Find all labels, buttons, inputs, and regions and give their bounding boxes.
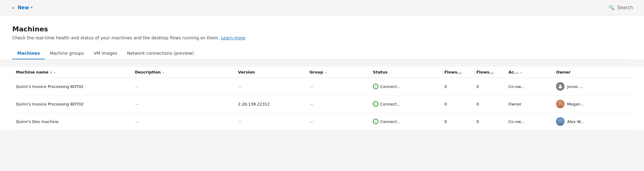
page-title: Machines xyxy=(12,25,632,33)
connected-icon: ✓ xyxy=(373,119,378,124)
version-cell: 2.26.139.22312 xyxy=(234,95,306,113)
table-row[interactable]: Quinn's Invoice Processing BOT02 — — — ✓… xyxy=(12,78,632,95)
col-header-owner: Owner xyxy=(552,67,632,78)
svg-point-0 xyxy=(559,85,561,86)
tab-vm-images[interactable]: VM images xyxy=(89,48,122,59)
flows2-cell: 0 xyxy=(473,113,505,130)
owner-name: Megan... xyxy=(567,102,584,106)
ac-cell: Co-ow... xyxy=(505,78,552,95)
version-cell: — xyxy=(234,78,306,95)
owner-cell: Megan... xyxy=(552,95,632,113)
col-header-machine-name[interactable]: Machine name ↓ ⌄ xyxy=(12,67,131,78)
owner-name: Alex W... xyxy=(567,119,584,124)
flows2-cell: 0 xyxy=(473,95,505,113)
machine-name-cell: Quinn's Invoice Processing BOT02 xyxy=(12,78,131,95)
description-cell: — xyxy=(131,78,234,95)
flows1-cell: 0 xyxy=(441,95,473,113)
col-header-description[interactable]: Description ⌄ xyxy=(131,67,234,78)
sort-chevron-icon: ⌄ xyxy=(520,70,522,74)
connected-icon: ✓ xyxy=(373,84,378,89)
search-label: Search xyxy=(617,5,633,10)
table-header-row: Machine name ↓ ⌄ Description ⌄ Ver xyxy=(12,67,632,78)
search-container[interactable]: 🔍 Search xyxy=(605,3,637,12)
connected-icon: ✓ xyxy=(373,101,378,107)
status-cell: ✓ Connect... xyxy=(369,95,441,113)
status-text: Connect... xyxy=(380,119,401,124)
sort-chevron-icon: ⌄ xyxy=(162,70,164,74)
ac-cell: Co-ow... xyxy=(505,113,552,130)
svg-point-3 xyxy=(558,118,562,122)
svg-point-4 xyxy=(557,123,563,126)
machine-name-cell: Quinn's Invoice Processing BOT02 xyxy=(12,95,131,113)
col-header-status: Status xyxy=(369,67,441,78)
flows2-cell: 0 xyxy=(473,78,505,95)
learn-more-link[interactable]: Learn more xyxy=(221,35,245,40)
table-section: Machine name ↓ ⌄ Description ⌄ Ver xyxy=(0,67,644,130)
group-cell: — xyxy=(306,113,369,130)
svg-point-1 xyxy=(558,101,562,105)
flows1-cell: 0 xyxy=(441,113,473,130)
new-button[interactable]: ＋ New ▾ xyxy=(7,2,36,13)
flows1-cell: 0 xyxy=(441,78,473,95)
avatar xyxy=(556,117,565,126)
description-text: Check the real-time health and status of… xyxy=(12,35,220,40)
table-container: Machine name ↓ ⌄ Description ⌄ Ver xyxy=(12,67,632,130)
description-cell: — xyxy=(131,95,234,113)
page-description: Check the real-time health and status of… xyxy=(12,35,632,40)
group-cell: — xyxy=(306,95,369,113)
col-header-flows2: Flows... xyxy=(473,67,505,78)
col-header-flows1: Flows... xyxy=(441,67,473,78)
owner-cell: Alex W... xyxy=(552,113,632,130)
tab-machine-groups[interactable]: Machine groups xyxy=(45,48,89,59)
avatar xyxy=(556,82,565,91)
sort-chevron-icon: ⌄ xyxy=(324,70,327,74)
version-cell: — xyxy=(234,113,306,130)
owner-name: Jonas ... xyxy=(567,84,583,89)
status-text: Connect... xyxy=(380,102,401,106)
table-row[interactable]: Quinn's Dev machine — — — ✓ Connect... xyxy=(12,113,632,130)
status-cell: ✓ Connect... xyxy=(369,113,441,130)
avatar xyxy=(556,100,565,108)
col-header-group[interactable]: Group ⌄ xyxy=(306,67,369,78)
status-cell: ✓ Connect... xyxy=(369,78,441,95)
plus-icon: ＋ xyxy=(10,4,16,11)
new-label: New xyxy=(18,5,29,10)
description-cell: — xyxy=(131,113,234,130)
tab-network-connections[interactable]: Network connections (preview) xyxy=(122,48,199,59)
col-header-version: Version xyxy=(234,67,306,78)
owner-cell: Jonas ... xyxy=(552,78,632,95)
sort-chevron-icon: ⌄ xyxy=(54,70,56,74)
search-icon: 🔍 xyxy=(609,5,615,10)
col-header-ac[interactable]: Ac... ⌄ xyxy=(505,67,552,78)
chevron-down-icon: ▾ xyxy=(31,6,33,10)
svg-point-2 xyxy=(557,105,563,108)
group-cell: — xyxy=(306,78,369,95)
main-content: Machines Check the real-time health and … xyxy=(0,15,644,59)
table-row[interactable]: Quinn's Invoice Processing BOT02 — 2.26.… xyxy=(12,95,632,113)
tabs-container: Machines Machine groups VM images Networ… xyxy=(12,48,632,59)
sort-down-icon: ↓ xyxy=(50,70,52,74)
top-bar-right: 🔍 Search xyxy=(605,3,637,12)
top-bar: ＋ New ▾ 🔍 Search xyxy=(0,0,644,15)
status-text: Connect... xyxy=(380,84,401,89)
machine-name-cell: Quinn's Dev machine xyxy=(12,113,131,130)
machines-table: Machine name ↓ ⌄ Description ⌄ Ver xyxy=(12,67,632,130)
top-bar-left: ＋ New ▾ xyxy=(7,2,36,13)
ac-cell: Owner xyxy=(505,95,552,113)
tab-machines[interactable]: Machines xyxy=(12,48,45,59)
